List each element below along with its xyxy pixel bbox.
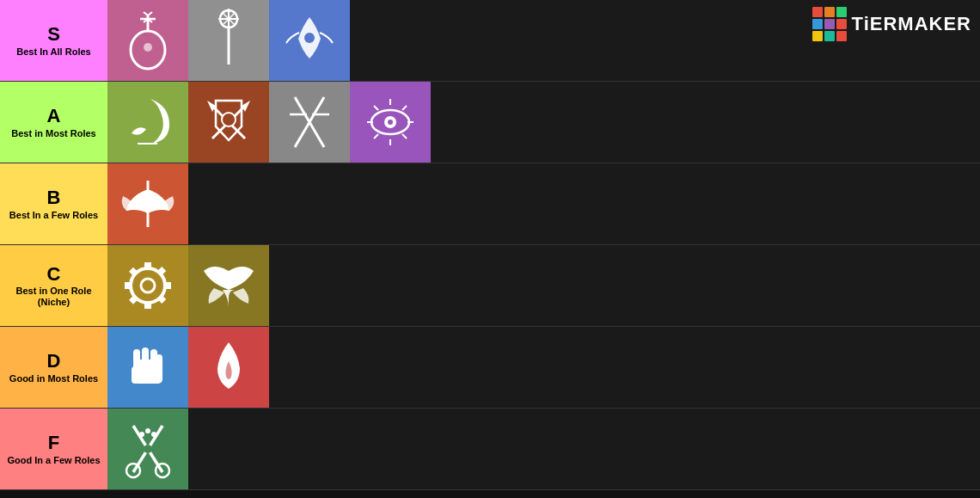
svg-point-32 (388, 120, 393, 125)
tier-letter-s: S (47, 23, 60, 46)
svg-point-70 (145, 428, 150, 433)
tier-label-f: FGood In a Few Roles (0, 409, 107, 489)
tier-row-f: FGood In a Few Roles (0, 409, 980, 490)
tier-item-d2[interactable] (188, 327, 269, 408)
header-bar: TiERMAKER (812, 7, 971, 41)
tier-item-d1[interactable] (107, 327, 188, 408)
tier-row-c: CBest in One Role (Niche) (0, 245, 980, 327)
tier-items-c (107, 245, 980, 326)
svg-point-68 (144, 445, 152, 453)
svg-rect-49 (164, 282, 171, 289)
tier-subtitle-b: Best In a Few Roles (9, 210, 98, 221)
svg-point-23 (222, 113, 236, 126)
tierlist-container: TiERMAKER SBest In All Roles (0, 0, 980, 498)
tier-label-s: SBest In All Roles (0, 0, 107, 81)
tier-row-d: DGood in Most Roles (0, 327, 980, 409)
svg-rect-48 (125, 282, 132, 289)
svg-point-4 (144, 43, 152, 52)
tier-label-c: CBest in One Role (Niche) (0, 245, 107, 326)
tier-item-a1[interactable] (107, 82, 188, 163)
tier-subtitle-c: Best in One Role (Niche) (3, 286, 104, 308)
tier-row-b: BBest In a Few Roles (0, 163, 980, 245)
tier-letter-d: D (47, 350, 61, 372)
tier-item-c2[interactable] (188, 245, 269, 326)
tier-label-d: DGood in Most Roles (0, 327, 107, 408)
logo-grid (812, 7, 847, 41)
tier-item-f1[interactable] (107, 409, 188, 489)
tier-label-b: BBest In a Few Roles (0, 163, 107, 244)
tiermaker-logo: TiERMAKER (812, 7, 971, 41)
tier-item-s3[interactable] (269, 0, 350, 81)
svg-point-17 (304, 33, 315, 43)
tier-items-a (107, 82, 980, 163)
tier-letter-f: F (48, 432, 59, 454)
tier-subtitle-f: Good In a Few Roles (7, 455, 100, 466)
svg-rect-47 (144, 302, 151, 309)
tier-subtitle-d: Good in Most Roles (9, 373, 98, 384)
tier-item-b1[interactable] (107, 163, 188, 244)
tier-letter-c: C (47, 263, 61, 286)
svg-rect-58 (133, 349, 140, 365)
svg-rect-59 (142, 347, 149, 363)
svg-point-69 (139, 432, 144, 437)
svg-rect-57 (132, 366, 138, 384)
svg-rect-46 (144, 262, 151, 269)
tier-item-a2[interactable] (188, 82, 269, 163)
tier-subtitle-s: Best In All Roles (16, 46, 90, 58)
tier-item-a4[interactable] (350, 82, 431, 163)
tier-subtitle-a: Best in Most Roles (11, 128, 95, 139)
tier-item-s1[interactable] (107, 0, 188, 81)
logo-text: TiERMAKER (852, 13, 971, 35)
tier-label-a: ABest in Most Roles (0, 82, 107, 163)
tier-items-b (107, 163, 980, 244)
svg-rect-18 (107, 82, 188, 163)
svg-rect-61 (156, 354, 162, 366)
svg-rect-43 (107, 245, 188, 326)
svg-point-71 (151, 432, 156, 437)
tier-items-f (107, 409, 980, 489)
tier-letter-b: B (47, 187, 61, 209)
tier-item-s2[interactable] (188, 0, 269, 81)
tier-item-a3[interactable] (269, 82, 350, 163)
tier-row-a: ABest in Most Roles (0, 82, 980, 163)
tier-items-d (107, 327, 980, 408)
tier-letter-a: A (47, 105, 61, 127)
tier-item-c1[interactable] (107, 245, 188, 326)
